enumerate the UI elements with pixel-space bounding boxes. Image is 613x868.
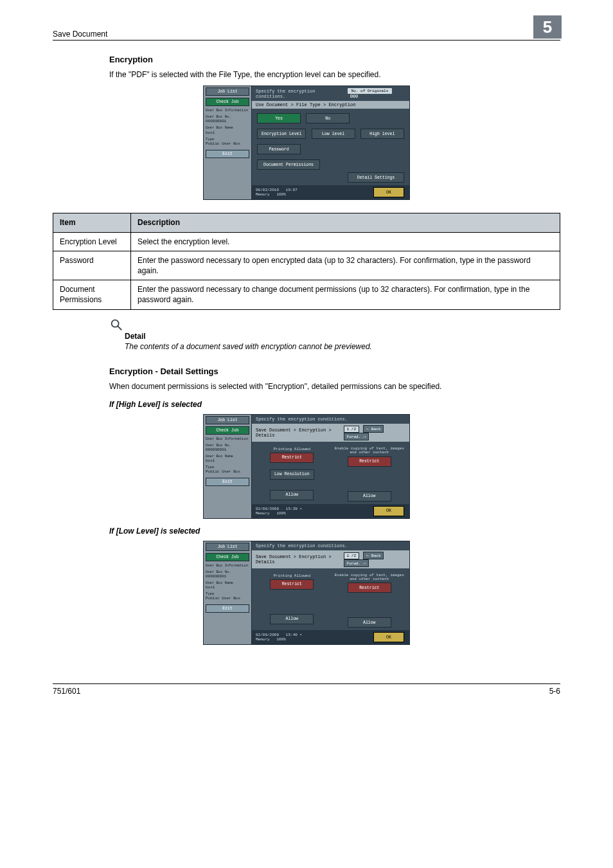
col2-title: Enable copying of text, images and other…	[333, 447, 406, 455]
panel-time: 15:40	[286, 633, 298, 637]
section-heading-detail-settings: Encryption - Detail Settings	[109, 366, 560, 376]
table-row: Encryption Level Select the encryption l…	[53, 232, 560, 251]
ok-button[interactable]: OK	[373, 506, 404, 516]
job-list-button[interactable]: Job List	[206, 543, 249, 551]
back-button[interactable]: ← Back	[363, 425, 384, 433]
header-title: Save Document	[53, 30, 107, 39]
password-button[interactable]: Password	[257, 144, 301, 154]
ok-button[interactable]: OK	[373, 632, 404, 642]
section-heading-encryption: Encryption	[109, 55, 560, 64]
forward-button[interactable]: Forwd. →	[344, 559, 369, 567]
page-indicator: 1 /2	[344, 426, 359, 433]
allow-button[interactable]: Allow	[270, 614, 314, 624]
restrict-button[interactable]: Restrict	[348, 583, 391, 593]
forward-button[interactable]: Forwd. →	[344, 433, 369, 440]
user-box-name-value: box1	[206, 585, 249, 590]
doc-permissions-button[interactable]: Document Permissions	[257, 159, 320, 170]
high-level-button[interactable]: High level	[360, 129, 404, 139]
status-icon: ▪	[299, 633, 302, 637]
yes-button[interactable]: Yes	[257, 113, 301, 123]
job-list-button[interactable]: Job List	[206, 416, 249, 424]
user-box-no-value: 000000001	[206, 119, 249, 123]
memory-value: 100%	[276, 637, 285, 642]
col1-title: Printing Allowed	[256, 574, 328, 578]
breadcrumb: Save Document > Encryption > Details 1 /…	[252, 424, 409, 442]
cell-item: Encryption Level	[53, 232, 131, 251]
case-high-level-heading: If [High Level] is selected	[109, 400, 560, 409]
back-button[interactable]: ← Back	[363, 552, 384, 559]
cell-item: Document Permissions	[53, 280, 131, 309]
check-job-button[interactable]: Check Job	[206, 553, 249, 561]
memory-label: Memory	[256, 637, 270, 642]
detail-settings-button[interactable]: Detail Settings	[348, 172, 404, 183]
check-job-button[interactable]: Check Job	[206, 98, 249, 106]
exit-button[interactable]: Exit	[206, 604, 249, 613]
panel-title: Specify the encryption conditions.	[256, 89, 348, 99]
magnifier-icon	[109, 318, 123, 332]
user-box-no-value: 000000001	[206, 448, 249, 452]
user-box-name-value: box1	[206, 458, 249, 463]
panel-date: 02/06/2008	[256, 507, 279, 511]
breadcrumb: Use Document > File Type > Encryption	[252, 101, 409, 109]
low-level-button[interactable]: Low level	[312, 129, 355, 139]
job-list-button[interactable]: Job List	[206, 87, 249, 96]
printer-panel-high-level: Job List Check Job User Box Information …	[203, 414, 410, 519]
cell-desc: Enter the password necessary to open enc…	[131, 251, 560, 280]
cell-item: Password	[53, 251, 131, 280]
type-value: Public User Box	[206, 596, 249, 601]
cell-desc: Select the encryption level.	[131, 232, 560, 251]
printer-panel-low-level: Job List Check Job User Box Information …	[203, 541, 410, 646]
exit-button[interactable]: Exit	[206, 150, 249, 158]
user-box-info-label: User Box Information	[206, 109, 249, 113]
type-value: Public User Box	[206, 141, 249, 146]
panel-title: Specify the encryption conditions.	[256, 417, 348, 422]
page-header: Save Document 5	[53, 19, 560, 41]
description-table: Item Description Encryption Level Select…	[53, 213, 560, 309]
detail-label: Detail	[125, 332, 560, 341]
breadcrumb: Save Document > Encryption > Details 1 /…	[252, 550, 409, 568]
memory-value: 100%	[276, 511, 285, 516]
section-intro: If the "PDF" is selected with the File T…	[109, 69, 560, 80]
restrict-button[interactable]: Restrict	[348, 457, 391, 467]
allow-button[interactable]: Allow	[348, 617, 391, 628]
panel-time: 15:39	[286, 507, 298, 511]
ok-button[interactable]: OK	[373, 187, 404, 197]
user-box-no-value: 000000001	[206, 574, 249, 579]
allow-button[interactable]: Allow	[348, 491, 391, 502]
restrict-button[interactable]: Restrict	[270, 453, 314, 463]
user-box-info-label: User Box Information	[206, 437, 249, 441]
col-description: Description	[131, 213, 560, 232]
table-row: Document Permissions Enter the password …	[53, 280, 560, 309]
memory-value: 100%	[276, 192, 285, 197]
detail-text: The contents of a document saved with en…	[125, 342, 560, 351]
col-item: Item	[53, 213, 131, 232]
memory-label: Memory	[256, 511, 270, 516]
detail-settings-intro: When document permissions is selected wi…	[109, 381, 560, 392]
page-indicator: 1 /2	[344, 552, 359, 559]
chapter-number: 5	[533, 15, 562, 39]
originals-count: 000	[350, 94, 359, 99]
detail-note: Detail The contents of a document saved …	[109, 318, 560, 351]
footer-right: 5-6	[549, 687, 560, 696]
panel-time: 10:07	[286, 188, 298, 192]
exit-button[interactable]: Exit	[206, 478, 249, 486]
col1-title: Printing Allowed	[256, 447, 328, 451]
panel-title: Specify the encryption conditions.	[256, 543, 348, 548]
check-job-button[interactable]: Check Job	[206, 426, 249, 435]
col2-title: Enable copying of text, images and other…	[333, 574, 406, 582]
table-header-row: Item Description	[53, 213, 560, 232]
cell-desc: Enter the password necessary to change d…	[131, 280, 560, 309]
low-resolution-button[interactable]: Low Resolution	[270, 469, 314, 480]
no-button[interactable]: No	[306, 113, 350, 123]
table-row: Password Enter the password necessary to…	[53, 251, 560, 280]
footer-left: 751/601	[53, 687, 80, 696]
user-box-name-value: box1	[206, 131, 249, 135]
panel-date: 02/06/2008	[256, 633, 279, 637]
case-low-level-heading: If [Low Level] is selected	[109, 527, 560, 536]
encryption-level-button[interactable]: Encryption Level	[257, 129, 306, 139]
allow-button[interactable]: Allow	[270, 490, 314, 500]
breadcrumb-text: Save Document > Encryption > Details	[256, 428, 342, 438]
panel-date: 06/02/2010	[256, 188, 279, 192]
status-icon: ▪	[299, 507, 302, 511]
restrict-button[interactable]: Restrict	[270, 579, 314, 590]
